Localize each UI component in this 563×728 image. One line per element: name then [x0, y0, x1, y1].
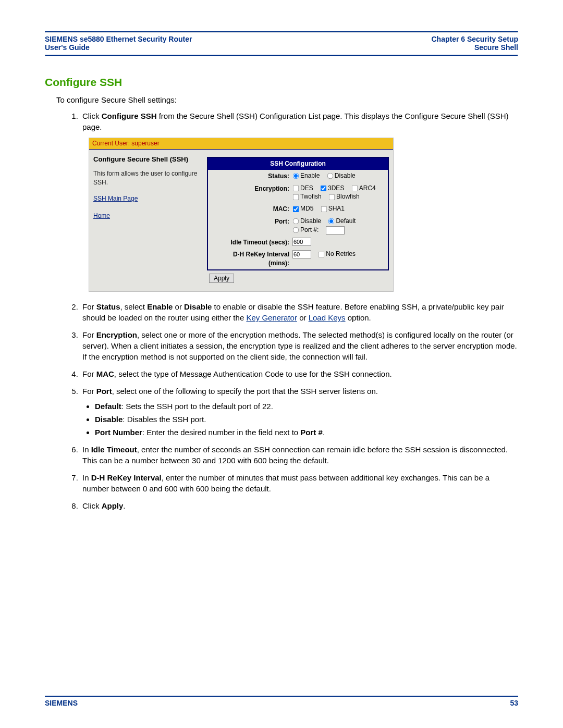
mac-label: MAC: — [211, 204, 292, 214]
doc-title: SIEMENS se5880 Ethernet Security Router — [45, 35, 192, 43]
port-disable-radio[interactable] — [293, 218, 299, 225]
header-right: Chapter 6 Security Setup Secure Shell — [432, 35, 519, 52]
header-left: SIEMENS se5880 Ethernet Security Router … — [45, 35, 192, 52]
sidebar-desc: This form allows the user to configure S… — [93, 169, 199, 187]
opt-label: Port #: — [300, 226, 319, 233]
footer-page-number: 53 — [510, 699, 518, 707]
step-1: Click Configure SSH from the Secure Shel… — [80, 110, 518, 292]
home-link[interactable]: Home — [93, 212, 110, 220]
sidebar-title: Configure Secure Shell (SSH) — [93, 155, 199, 164]
opt-label: Default — [336, 217, 356, 225]
text: , select the type of Message Authenticat… — [114, 369, 392, 378]
bold: Idle Timeout — [91, 445, 137, 454]
text: option. — [346, 313, 371, 322]
text: For — [82, 302, 96, 311]
chapter-title: Chapter 6 Security Setup — [432, 35, 519, 43]
step-7: In D-H ReKey Interval, enter the number … — [80, 472, 518, 494]
port-default-radio[interactable] — [328, 218, 335, 225]
step-2: For Status, select Enable or Disable to … — [80, 301, 518, 323]
step-5: For Port, select one of the following to… — [80, 386, 518, 438]
opt-label: No Retries — [326, 250, 356, 257]
bold: MAC — [96, 369, 114, 378]
bold: Encryption — [96, 330, 137, 339]
panel-title: SSH Configuration — [208, 158, 388, 170]
text: or — [297, 313, 309, 322]
doc-subtitle: User's Guide — [45, 43, 192, 52]
footer-brand: SIEMENS — [45, 699, 78, 707]
bold: Enable — [147, 302, 173, 311]
text: Click — [82, 501, 102, 510]
bold: Disable — [95, 415, 123, 424]
text: , select one or more of the encryption m… — [82, 330, 517, 361]
text: , enter the number of seconds an SSH con… — [82, 445, 508, 465]
text: . — [323, 428, 325, 437]
load-keys-link[interactable]: Load Keys — [309, 313, 346, 322]
bullet-port-number: Port Number: Enter the desired number in… — [95, 427, 518, 438]
bullet-default: Default: Sets the SSH port to the defaul… — [95, 401, 518, 412]
text: . — [123, 501, 125, 510]
port-label: Port: — [211, 217, 292, 226]
opt-label: Twofish — [300, 193, 322, 200]
opt-label: Disable — [335, 172, 356, 179]
text: For — [82, 369, 96, 378]
opt-label: MD5 — [300, 205, 313, 212]
port-num-input[interactable] — [326, 226, 345, 235]
status-disable-radio[interactable] — [327, 173, 333, 179]
screenshot-sidebar: Configure Secure Shell (SSH) This form a… — [89, 150, 203, 291]
opt-label: SHA1 — [328, 205, 345, 212]
text: For — [82, 387, 96, 396]
enc-twofish-check[interactable] — [293, 194, 299, 200]
opt-label: Enable — [300, 172, 320, 179]
chapter-sub: Secure Shell — [432, 43, 519, 52]
step-6: In Idle Timeout, enter the number of sec… — [80, 444, 518, 466]
text: For — [82, 330, 96, 339]
enc-blowfish-check[interactable] — [329, 194, 335, 200]
opt-label: Disable — [300, 217, 321, 225]
step-4: For MAC, select the type of Message Auth… — [80, 368, 518, 379]
bold: Default — [95, 402, 121, 411]
bold: Port — [96, 387, 112, 396]
enc-des-check[interactable] — [293, 186, 299, 192]
text: , select one of the following to specify… — [112, 387, 378, 396]
idle-timeout-label: Idle Timeout (secs): — [211, 238, 292, 247]
text: : Disables the SSH port. — [123, 415, 206, 424]
enc-3des-check[interactable] — [321, 186, 327, 192]
status-enable-radio[interactable] — [293, 173, 299, 179]
opt-label: DES — [300, 184, 313, 192]
current-user-bar: Current User: superuser — [89, 138, 393, 150]
bold: Disable — [184, 302, 212, 311]
bold: Configure SSH — [102, 112, 157, 120]
bold: Port Number — [95, 428, 142, 437]
bold: Status — [96, 302, 120, 311]
bold: Apply — [102, 501, 124, 510]
no-retries-check[interactable] — [319, 251, 325, 257]
bold: D-H ReKey Interval — [91, 473, 162, 482]
text: or — [173, 302, 184, 311]
step-3: For Encryption, select one or more of th… — [80, 329, 518, 362]
ssh-main-page-link[interactable]: SSH Main Page — [93, 194, 138, 203]
bold: Port # — [300, 428, 323, 437]
text: Click — [82, 112, 102, 120]
mac-md5-check[interactable] — [293, 206, 299, 212]
encryption-label: Encryption: — [211, 184, 292, 193]
text: : Enter the desired number in the field … — [142, 428, 301, 437]
section-heading: Configure SSH — [45, 76, 518, 89]
status-label: Status: — [211, 171, 292, 181]
opt-label: Blowfish — [336, 193, 360, 200]
text: In — [82, 445, 91, 454]
port-num-radio[interactable] — [293, 227, 299, 233]
text: : Sets the SSH port to the default port … — [121, 402, 273, 411]
text: In — [82, 473, 91, 482]
rekey-input[interactable] — [292, 250, 311, 258]
enc-arc4-check[interactable] — [351, 186, 358, 192]
idle-timeout-input[interactable] — [292, 238, 311, 246]
text: , select — [120, 302, 148, 311]
mac-sha1-check[interactable] — [321, 206, 327, 212]
rekey-label: D-H ReKey Interval (mins): — [211, 250, 292, 268]
ssh-config-panel: SSH Configuration Status: Enable Disable — [207, 157, 389, 270]
apply-button[interactable]: Apply — [209, 274, 234, 283]
opt-label: ARC4 — [359, 184, 376, 192]
opt-label: 3DES — [328, 184, 344, 192]
intro-text: To configure Secure Shell settings: — [56, 95, 518, 105]
key-generator-link[interactable]: Key Generator — [246, 313, 297, 322]
